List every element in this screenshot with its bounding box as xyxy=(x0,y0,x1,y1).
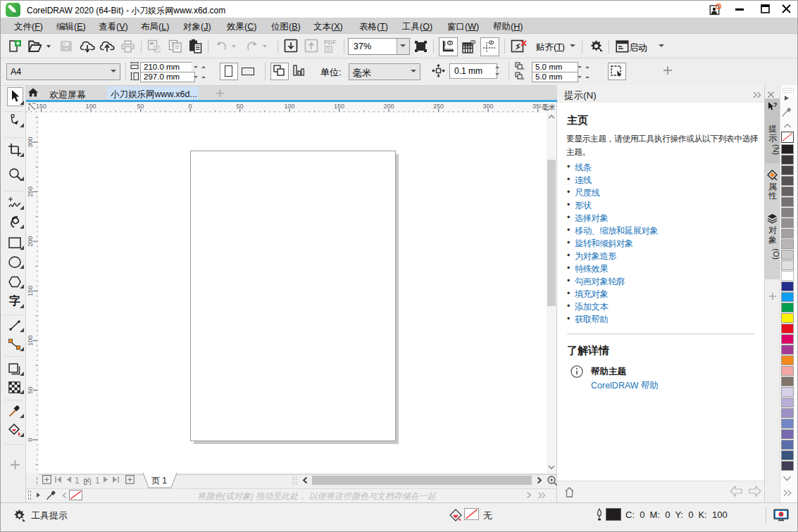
svg-text:100: 100 xyxy=(284,103,294,110)
svg-text:?: ? xyxy=(773,101,778,108)
svg-text:50: 50 xyxy=(137,103,144,110)
svg-text:0: 0 xyxy=(188,103,192,110)
svg-text:250: 250 xyxy=(433,103,444,110)
svg-text:100: 100 xyxy=(27,335,34,346)
svg-text:300: 300 xyxy=(27,137,34,147)
svg-text:300: 300 xyxy=(482,103,493,110)
svg-text:150: 150 xyxy=(36,103,46,110)
svg-text:250: 250 xyxy=(27,186,34,197)
svg-text:x: x xyxy=(523,66,525,70)
svg-text:50: 50 xyxy=(27,386,34,393)
svg-text:150: 150 xyxy=(334,103,344,110)
svg-text:0: 0 xyxy=(27,438,34,441)
svg-text:200: 200 xyxy=(383,103,394,110)
svg-text:50: 50 xyxy=(236,103,243,110)
svg-text:200: 200 xyxy=(27,236,34,246)
svg-text:y: y xyxy=(523,76,525,80)
svg-text:150: 150 xyxy=(27,286,34,296)
svg-text:100: 100 xyxy=(85,103,96,110)
